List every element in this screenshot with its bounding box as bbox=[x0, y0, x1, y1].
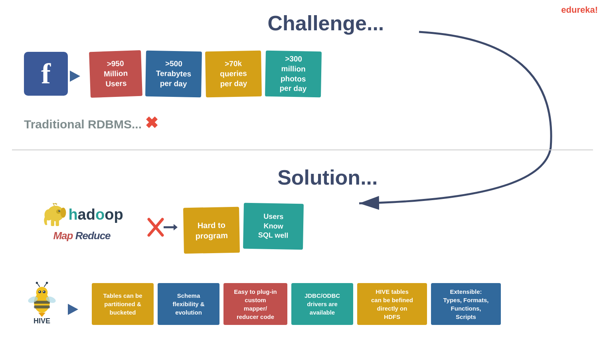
section-divider bbox=[12, 150, 593, 150]
stat-box-photos: >300millionphotosper day bbox=[265, 51, 322, 97]
stat-users-text: >950MillionUsers bbox=[103, 59, 129, 89]
hive-feature-jdbc: JDBC/ODBCdrivers areavailable bbox=[291, 283, 353, 325]
users-know-sql-text: UsersKnowSQL well bbox=[258, 212, 289, 240]
hive-feature-schema: Schemaflexibility &evolution bbox=[158, 283, 219, 325]
curved-arrow bbox=[279, 8, 599, 231]
hive-feature-plugin: Easy to plug-incustommapper/reducer code bbox=[223, 283, 287, 325]
svg-rect-8 bbox=[56, 220, 59, 226]
svg-point-16 bbox=[36, 287, 48, 298]
hadoop-word: hadoop bbox=[68, 206, 123, 223]
svg-point-4 bbox=[59, 210, 60, 212]
mapreduce-wordmark: Map Reduce bbox=[53, 230, 110, 242]
svg-rect-7 bbox=[51, 220, 54, 226]
hadoop-logo-top: hadoop bbox=[40, 201, 123, 229]
red-x-mark: ✖ bbox=[145, 114, 158, 132]
hive-feature-extensible: Extensible:Types, Formats,Functions,Scri… bbox=[431, 283, 501, 325]
stat-box-queries: >70kqueriesper day bbox=[205, 51, 262, 97]
hive-section-arrow bbox=[68, 304, 88, 315]
challenge-title: Challenge... bbox=[267, 11, 384, 35]
stat-box-users: >950MillionUsers bbox=[89, 50, 142, 98]
stat-photos-text: >300millionphotosper day bbox=[279, 54, 307, 94]
svg-point-20 bbox=[43, 291, 44, 292]
svg-point-22 bbox=[36, 281, 38, 283]
cross-arrow-icon bbox=[146, 215, 178, 239]
traditional-rdbms-text: Traditional RDBMS... ✖ bbox=[24, 114, 158, 132]
svg-rect-14 bbox=[34, 301, 50, 303]
stat-queries-text: >70kqueriesper day bbox=[220, 59, 247, 89]
hadoop-logo: hadoop Map Reduce bbox=[24, 197, 140, 245]
hive-logo: HIVE bbox=[16, 279, 68, 327]
hive-feature-partitioned: Tables can bepartitioned &bucketed bbox=[92, 283, 154, 325]
svg-point-19 bbox=[39, 291, 40, 292]
stat-box-terabytes: >500Terabytesper day bbox=[145, 51, 202, 97]
svg-marker-12 bbox=[174, 224, 178, 230]
hive-feature-hdfs: HIVE tablescan be befineddirectly onHDFS bbox=[357, 283, 427, 325]
svg-point-5 bbox=[59, 210, 60, 211]
solution-title: Solution... bbox=[277, 165, 378, 189]
hadoop-elephant-icon bbox=[40, 201, 68, 229]
hive-bee-icon bbox=[24, 281, 60, 317]
hard-to-program-text: Hard toprogram bbox=[195, 220, 228, 241]
svg-point-6 bbox=[61, 207, 66, 217]
svg-point-3 bbox=[56, 209, 61, 214]
facebook-icon: f bbox=[24, 52, 68, 96]
svg-point-24 bbox=[46, 281, 48, 283]
hive-label: HIVE bbox=[34, 317, 50, 325]
svg-rect-15 bbox=[34, 305, 50, 308]
hadoop-wordmark: hadoop bbox=[68, 206, 123, 223]
svg-marker-27 bbox=[38, 313, 45, 317]
solution-users-know-sql-box: UsersKnowSQL well bbox=[243, 203, 304, 250]
solution-hard-to-program-box: Hard toprogram bbox=[183, 207, 240, 254]
facebook-arrow bbox=[70, 71, 90, 82]
stat-terabytes-text: >500Terabytesper day bbox=[156, 59, 192, 89]
facebook-letter: f bbox=[41, 57, 51, 91]
